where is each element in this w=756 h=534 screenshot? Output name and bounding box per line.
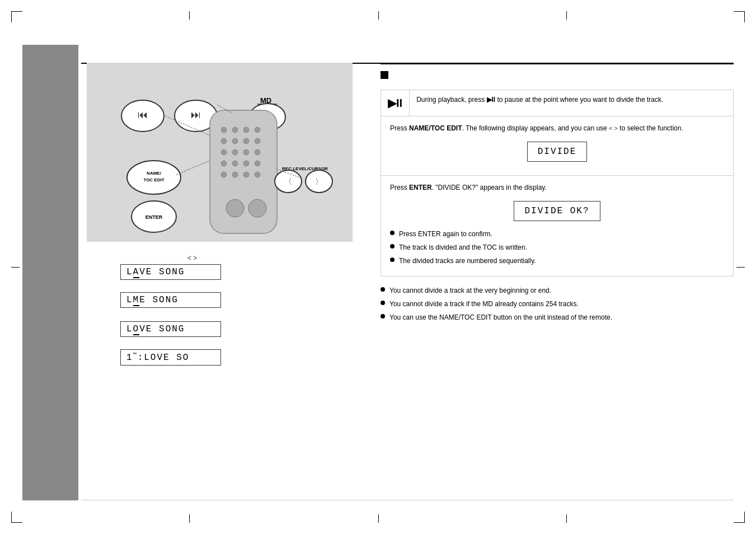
step-3-notes: Press ENTER again to confirm. The track …	[390, 229, 724, 266]
section-indicator	[381, 71, 734, 84]
left-column: ⏮ ⏭ MD ⏯	[87, 63, 355, 500]
step-row-3: Press ENTER. "DIVIDE OK?" appears in the…	[381, 176, 734, 277]
divide-display: DIVIDE	[527, 142, 588, 162]
svg-text:TOC EDIT: TOC EDIT	[143, 177, 164, 182]
tick-top-left	[189, 11, 190, 20]
note-1: Press ENTER again to confirm.	[390, 229, 724, 239]
steps-table: ▶II During playback, press ▶II to pause …	[381, 90, 734, 277]
note-2-text: The track is divided and the TOC is writ…	[399, 242, 527, 252]
lcd-screen-3: LOVE SONG	[120, 321, 221, 337]
svg-text:⏮: ⏮	[138, 109, 148, 120]
svg-point-17	[255, 138, 260, 144]
tick-bottom-left	[189, 514, 190, 523]
corner-mark-br	[734, 512, 745, 523]
remote-svg: ⏮ ⏭ MD ⏯	[87, 63, 353, 242]
extra-bullet-dot-3	[381, 314, 385, 318]
svg-rect-9	[210, 110, 277, 233]
right-column: ▶II During playback, press ▶II to pause …	[381, 63, 734, 500]
svg-point-18	[221, 149, 227, 155]
svg-point-16	[243, 138, 249, 144]
lcd-display-4: 1™:LOVE SO	[120, 349, 221, 366]
divide-ok-display: DIVIDE OK?	[514, 201, 600, 221]
tick-right-mid	[736, 267, 745, 268]
corner-mark-bl	[11, 512, 22, 523]
step-3-text: Press ENTER. "DIVIDE OK?" appears in the…	[390, 182, 724, 193]
svg-point-12	[243, 127, 249, 133]
svg-point-11	[232, 127, 238, 133]
tick-bottom-center	[378, 514, 379, 523]
extra-bullet-1: You cannot divide a track at the very be…	[381, 285, 734, 296]
tick-top-right	[566, 11, 567, 20]
svg-point-14	[221, 138, 227, 144]
svg-point-13	[255, 127, 260, 133]
sidebar	[22, 45, 78, 500]
svg-point-21	[255, 149, 260, 155]
svg-point-15	[232, 138, 238, 144]
note-1-text: Press ENTER again to confirm.	[399, 229, 492, 239]
svg-text:〈: 〈	[284, 177, 292, 186]
remote-illustration: ⏮ ⏭ MD ⏯	[87, 63, 353, 242]
play-pause-icon: ▶II	[388, 95, 402, 111]
svg-point-29	[255, 172, 260, 177]
right-top-bar	[381, 63, 734, 64]
bullet-dot-1	[390, 231, 395, 235]
svg-text:NAME/: NAME/	[147, 171, 162, 176]
note-3: The divided tracks are numbered sequenti…	[390, 256, 724, 266]
step-2-display-area: DIVIDE	[390, 138, 724, 164]
tick-bottom-right	[566, 514, 567, 523]
corner-mark-tl	[11, 11, 22, 22]
step-2-text: Press NAME/TOC EDIT. The following displ…	[390, 123, 724, 134]
extra-bullet-3: You can use the NAME/TOC EDIT button on …	[381, 312, 734, 322]
step-1-text: During playback, press ▶II to pause at t…	[416, 95, 726, 105]
tick-top-center	[378, 11, 379, 20]
extra-bullet-2-text: You cannot divide a track if the MD alre…	[389, 299, 579, 309]
note-2: The track is divided and the TOC is writ…	[390, 242, 724, 252]
lcd-display-3: LOVE SONG	[120, 321, 221, 337]
svg-point-24	[243, 161, 249, 166]
step-3-content: Press ENTER. "DIVIDE OK?" appears in the…	[381, 176, 734, 277]
extra-bullet-3-text: You can use the NAME/TOC EDIT button on …	[389, 312, 612, 322]
extra-bullet-1-text: You cannot divide a track at the very be…	[389, 285, 551, 296]
extra-bullet-dot-2	[381, 301, 385, 305]
extra-bullet-2: You cannot divide a track if the MD alre…	[381, 299, 734, 309]
svg-point-25	[255, 161, 260, 166]
arrow-hint-left: < >	[187, 254, 197, 262]
svg-point-22	[221, 161, 227, 166]
lcd-screen-1: LAVE SONG	[120, 264, 221, 280]
step-1-content: During playback, press ▶II to pause at t…	[410, 90, 734, 116]
step-3-display-area: DIVIDE OK?	[390, 198, 724, 223]
black-square-icon	[381, 71, 388, 79]
step-row-1: ▶II During playback, press ▶II to pause …	[381, 90, 734, 116]
svg-point-28	[243, 172, 249, 177]
svg-point-20	[243, 149, 249, 155]
svg-point-23	[232, 161, 238, 166]
svg-point-10	[221, 127, 227, 133]
svg-text:ENTER: ENTER	[145, 214, 163, 220]
svg-point-19	[232, 149, 238, 155]
tick-left-mid	[11, 267, 20, 268]
bullet-dot-2	[390, 244, 395, 249]
svg-text:〉: 〉	[315, 177, 323, 186]
step-2-content: Press NAME/TOC EDIT. The following displ…	[381, 116, 734, 176]
lcd-display-1: LAVE SONG	[120, 264, 221, 280]
svg-point-27	[232, 172, 238, 177]
extra-bullets: You cannot divide a track at the very be…	[381, 285, 734, 322]
svg-text:⏭: ⏭	[191, 109, 201, 120]
note-3-text: The divided tracks are numbered sequenti…	[399, 256, 536, 266]
lcd-screen-2: LME SONG	[120, 292, 221, 308]
svg-point-30	[226, 199, 244, 217]
step-row-2: Press NAME/TOC EDIT. The following displ…	[381, 116, 734, 176]
lcd-display-2: LME SONG	[120, 292, 221, 308]
corner-mark-tr	[734, 11, 745, 22]
bullet-dot-3	[390, 257, 395, 262]
step-num-1: ▶II	[381, 90, 410, 116]
svg-point-26	[221, 172, 227, 177]
svg-point-31	[248, 199, 266, 217]
extra-bullet-dot-1	[381, 287, 385, 292]
lcd-screen-4: 1™:LOVE SO	[120, 349, 221, 366]
